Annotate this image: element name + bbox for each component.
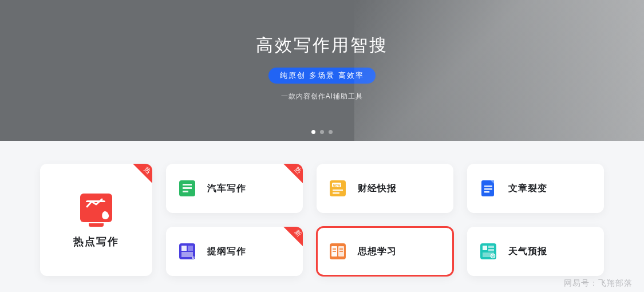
svg-rect-28 [488,246,494,248]
card-label: 文章裂变 [508,183,547,195]
hero-title: 高效写作用智搜 [256,34,388,57]
hero-banner: 高效写作用智搜 纯原创 多场景 高效率 一款内容创作AI辅助工具 [0,0,644,141]
svg-rect-11 [484,186,492,187]
svg-rect-2 [183,187,192,189]
card-weather-forecast[interactable]: 天气预报 [467,227,604,276]
layout-grid-icon: e [177,242,197,261]
carousel-dot[interactable] [311,130,315,134]
card-thought-study[interactable]: 思想学习 [317,227,453,276]
watermark-text: 网易号：飞翔部落 [564,278,633,289]
svg-rect-8 [333,192,339,194]
hero-pill: 纯原创 多场景 高效率 [268,68,375,84]
card-article-split[interactable]: 文章裂变 [467,164,604,213]
monitor-chart-icon [80,194,112,222]
svg-rect-23 [333,251,336,252]
svg-rect-12 [484,188,492,190]
carousel-dot[interactable] [329,130,333,134]
small-card-grid: 热 汽车写作 NEW 财经快报 文章裂变 新 e 提纲写作 [166,164,604,276]
featured-card-hot-writing[interactable]: 热 热点写作 [40,164,152,276]
open-book-icon [328,242,347,261]
flame-icon [101,211,109,220]
card-car-writing[interactable]: 热 汽车写作 [166,164,303,213]
svg-rect-24 [339,248,343,250]
svg-rect-30 [483,252,494,257]
featured-label: 热点写作 [73,235,119,248]
card-label: 提纲写作 [207,246,246,258]
notebook-icon [177,179,197,198]
card-label: 财经快报 [358,183,397,195]
svg-rect-25 [339,251,343,252]
dashboard-icon [479,242,498,261]
card-label: 思想学习 [358,246,397,258]
svg-rect-15 [181,246,187,251]
svg-rect-27 [483,246,487,250]
svg-text:e: e [192,255,195,260]
carousel-dot[interactable] [320,130,324,134]
svg-text:NEW: NEW [333,184,341,187]
svg-rect-7 [333,190,343,191]
carousel-dots[interactable] [311,130,333,134]
hero-subtitle: 一款内容创作AI辅助工具 [281,92,363,101]
svg-rect-13 [484,191,489,193]
card-finance-news[interactable]: NEW 财经快报 [317,164,453,213]
svg-rect-32 [492,255,493,257]
svg-rect-22 [333,248,336,250]
news-badge-icon: NEW [328,179,347,198]
card-label: 汽车写作 [207,183,246,195]
card-outline-writing[interactable]: 新 e 提纲写作 [166,227,303,276]
svg-rect-16 [188,246,193,251]
card-label: 天气预报 [508,246,547,258]
svg-rect-29 [488,249,494,251]
svg-rect-17 [181,252,193,257]
document-icon [479,179,498,198]
svg-rect-3 [183,191,188,192]
category-grid: 热 热点写作 热 汽车写作 NEW 财经快报 文章裂变 [0,141,644,276]
svg-rect-1 [183,184,192,186]
